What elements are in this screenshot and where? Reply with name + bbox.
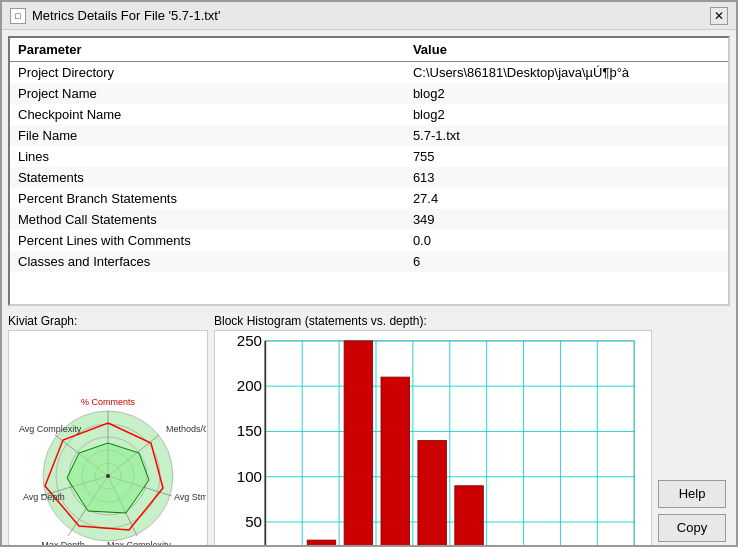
value-cell: blog2	[405, 104, 728, 125]
svg-text:200: 200	[237, 377, 262, 394]
svg-point-21	[106, 474, 110, 478]
table-row: Project Nameblog2	[10, 83, 728, 104]
kiviat-container: % Comments Methods/Class Avg Stmts/Metho…	[8, 330, 208, 545]
parameter-cell: Percent Branch Statements	[10, 188, 405, 209]
svg-text:250: 250	[237, 332, 262, 349]
parameter-cell: Checkpoint Name	[10, 104, 405, 125]
value-cell: blog2	[405, 83, 728, 104]
histogram-panel: Block Histogram (statements vs. depth):	[214, 314, 652, 545]
kiviat-label: Kiviat Graph:	[8, 314, 208, 328]
value-cell: 0.0	[405, 230, 728, 251]
svg-text:150: 150	[237, 422, 262, 439]
parameter-cell: Lines	[10, 146, 405, 167]
help-button[interactable]: Help	[658, 480, 726, 508]
svg-text:Avg Complexity: Avg Complexity	[19, 424, 82, 434]
window-icon: □	[10, 8, 26, 24]
value-cell: 6	[405, 251, 728, 272]
histogram-container: 0 50 100 150 200 250	[214, 330, 652, 545]
table-row: Percent Branch Statements27.4	[10, 188, 728, 209]
svg-text:100: 100	[237, 468, 262, 485]
title-bar: □ Metrics Details For File '5.7-1.txt' ✕	[2, 2, 736, 30]
parameter-cell: Method Call Statements	[10, 209, 405, 230]
parameter-cell: Statements	[10, 167, 405, 188]
table-row: Project DirectoryC:\Users\86181\Desktop\…	[10, 62, 728, 84]
svg-rect-46	[307, 540, 336, 545]
kiviat-graph: % Comments Methods/Class Avg Stmts/Metho…	[11, 388, 206, 545]
parameter-cell: Project Name	[10, 83, 405, 104]
table-row: Method Call Statements349	[10, 209, 728, 230]
title-bar-left: □ Metrics Details For File '5.7-1.txt'	[10, 8, 220, 24]
svg-text:Methods/Class: Methods/Class	[166, 424, 206, 434]
close-button[interactable]: ✕	[710, 7, 728, 25]
kiviat-panel: Kiviat Graph:	[8, 314, 208, 545]
value-cell: 27.4	[405, 188, 728, 209]
svg-rect-50	[455, 486, 484, 545]
value-cell: C:\Users\86181\Desktop\java\µÚ¶þ°à	[405, 62, 728, 84]
histogram-graph: 0 50 100 150 200 250	[215, 331, 651, 545]
bottom-section: Kiviat Graph:	[2, 310, 736, 545]
table-row: File Name5.7-1.txt	[10, 125, 728, 146]
svg-text:% Comments: % Comments	[80, 397, 135, 407]
col-header-parameter: Parameter	[10, 38, 405, 62]
table-row: Checkpoint Nameblog2	[10, 104, 728, 125]
value-cell: 5.7-1.txt	[405, 125, 728, 146]
metrics-table: Parameter Value Project DirectoryC:\User…	[10, 38, 728, 272]
table-row: Percent Lines with Comments0.0	[10, 230, 728, 251]
table-row: Classes and Interfaces6	[10, 251, 728, 272]
metrics-table-container: Parameter Value Project DirectoryC:\User…	[8, 36, 730, 306]
svg-text:Avg Stmts/Method: Avg Stmts/Method	[174, 492, 206, 502]
window-title: Metrics Details For File '5.7-1.txt'	[32, 8, 220, 23]
col-header-value: Value	[405, 38, 728, 62]
copy-button[interactable]: Copy	[658, 514, 726, 542]
histogram-label: Block Histogram (statements vs. depth):	[214, 314, 652, 328]
table-row: Statements613	[10, 167, 728, 188]
value-cell: 349	[405, 209, 728, 230]
parameter-cell: Classes and Interfaces	[10, 251, 405, 272]
svg-rect-48	[381, 377, 410, 545]
parameter-cell: Percent Lines with Comments	[10, 230, 405, 251]
parameter-cell: Project Directory	[10, 62, 405, 84]
svg-rect-47	[344, 341, 373, 545]
parameter-cell: File Name	[10, 125, 405, 146]
window-content: Parameter Value Project DirectoryC:\User…	[2, 30, 736, 545]
svg-text:Max Depth: Max Depth	[41, 540, 85, 545]
value-cell: 755	[405, 146, 728, 167]
svg-rect-49	[418, 440, 447, 545]
value-cell: 613	[405, 167, 728, 188]
svg-text:Avg Depth: Avg Depth	[23, 492, 65, 502]
svg-text:Max Complexity: Max Complexity	[106, 540, 171, 545]
svg-text:50: 50	[245, 513, 262, 530]
table-row: Lines755	[10, 146, 728, 167]
main-window: □ Metrics Details For File '5.7-1.txt' ✕…	[0, 0, 738, 547]
table-scroll[interactable]: Parameter Value Project DirectoryC:\User…	[10, 38, 728, 304]
action-buttons-panel: Help Copy Print Done	[658, 314, 730, 545]
